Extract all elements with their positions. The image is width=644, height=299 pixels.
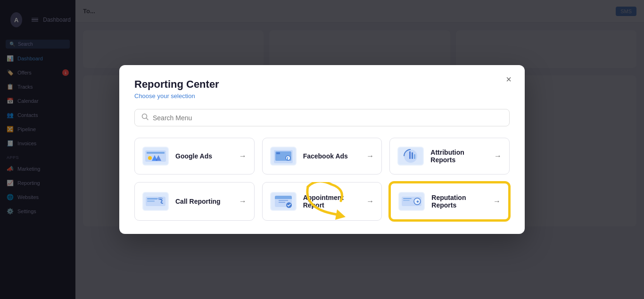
facebook-ads-arrow: → bbox=[366, 152, 374, 160]
search-icon bbox=[141, 113, 149, 122]
svg-rect-16 bbox=[412, 152, 413, 159]
card-appointment-report[interactable]: Appointment Report → bbox=[262, 182, 382, 221]
facebook-ads-label: Facebook Ads bbox=[303, 152, 360, 160]
google-ads-arrow: → bbox=[239, 152, 247, 160]
reputation-reports-label: Reputation Reports bbox=[431, 194, 487, 209]
svg-rect-21 bbox=[147, 198, 157, 199]
appointment-icon-wrapper bbox=[270, 192, 297, 211]
appointment-report-label: Appointment Report bbox=[303, 194, 360, 209]
svg-line-1 bbox=[147, 118, 149, 120]
attribution-icon-wrapper bbox=[397, 147, 424, 166]
svg-point-7 bbox=[148, 156, 152, 160]
google-ads-icon-wrapper bbox=[142, 147, 169, 166]
svg-rect-33 bbox=[403, 200, 410, 201]
attribution-reports-arrow: → bbox=[494, 152, 502, 160]
svg-rect-4 bbox=[147, 152, 165, 154]
appointment-report-arrow: → bbox=[366, 197, 374, 206]
svg-text:✦: ✦ bbox=[416, 199, 420, 204]
svg-text:f: f bbox=[287, 157, 288, 161]
google-ads-label: Google Ads bbox=[175, 152, 232, 160]
card-attribution-reports[interactable]: Attribution Reports → bbox=[389, 138, 510, 174]
modal-subtitle: Choose your selection bbox=[134, 92, 510, 100]
facebook-ads-icon-wrapper: f bbox=[270, 147, 297, 166]
svg-rect-26 bbox=[275, 198, 292, 199]
reputation-icon-wrapper: ✦ bbox=[398, 192, 425, 211]
search-bar[interactable] bbox=[134, 109, 510, 126]
svg-rect-11 bbox=[276, 152, 280, 154]
cards-grid: Google Ads → f Facebook Ads → bbox=[134, 138, 510, 221]
call-reporting-arrow: → bbox=[239, 197, 247, 206]
svg-rect-17 bbox=[414, 154, 415, 159]
modal-backdrop: × Reporting Center Choose your selection bbox=[0, 0, 644, 299]
reputation-reports-arrow: → bbox=[493, 197, 501, 206]
modal-title: Reporting Center bbox=[134, 78, 510, 91]
card-facebook-ads[interactable]: f Facebook Ads → bbox=[262, 138, 382, 174]
svg-rect-22 bbox=[147, 200, 155, 202]
call-reporting-icon-wrapper bbox=[142, 192, 169, 211]
card-google-ads[interactable]: Google Ads → bbox=[134, 138, 255, 174]
close-button[interactable]: × bbox=[502, 73, 515, 86]
card-reputation-reports[interactable]: ✦ Reputation Reports → bbox=[389, 182, 510, 221]
card-call-reporting[interactable]: Call Reporting → bbox=[134, 182, 255, 221]
search-input[interactable] bbox=[153, 114, 503, 122]
svg-rect-18 bbox=[409, 151, 411, 159]
attribution-reports-label: Attribution Reports bbox=[430, 149, 487, 164]
svg-rect-32 bbox=[403, 198, 412, 199]
reporting-center-modal: × Reporting Center Choose your selection bbox=[119, 65, 525, 234]
call-reporting-label: Call Reporting bbox=[175, 198, 232, 205]
